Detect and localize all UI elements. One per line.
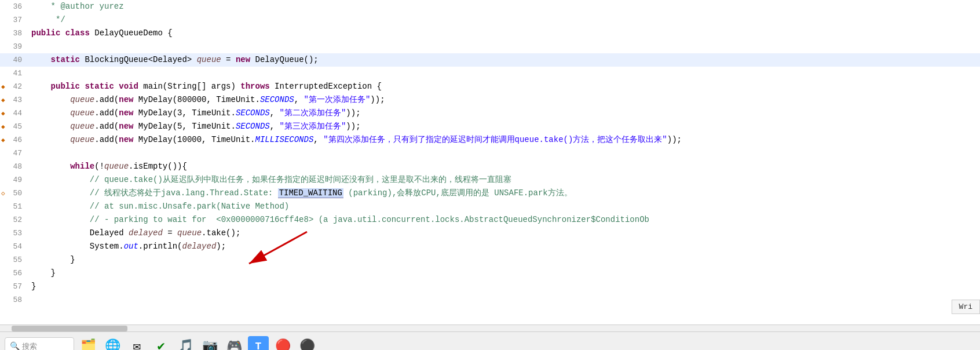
code-line: 36 * @author yurez (0, 0, 980, 13)
line-content: queue.add(new MyDelay(3, TimeUnit.SECOND… (29, 107, 980, 119)
line-number: ◆44 (0, 107, 29, 120)
line-content: queue.add(new MyDelay(800000, TimeUnit.S… (29, 93, 980, 106)
line-content: // at sun.misc.Unsafe.park(Native Method… (29, 200, 980, 213)
line-number: 37 (0, 14, 29, 27)
taskbar: 🔍 搜索 🗂️ 🌐 ✉️ ✔️ 🎵 📷 🎮 T 🔴 ⚫ (0, 331, 980, 350)
scrollbar-thumb[interactable] (12, 326, 127, 331)
code-line: ◆45 queue.add(new MyDelay(5, TimeUnit.SE… (0, 120, 980, 133)
line-number: 39 (0, 41, 29, 53)
code-line: ◆44 queue.add(new MyDelay(3, TimeUnit.SE… (0, 107, 980, 120)
line-content: } (29, 253, 980, 266)
code-line: 40 static BlockingQueue<Delayed> queue =… (0, 53, 980, 67)
line-number: 36 (0, 1, 29, 13)
code-line: 58 (0, 293, 980, 307)
horizontal-scrollbar[interactable] (0, 325, 980, 331)
line-content: System.out.println(delayed); (29, 240, 980, 253)
search-icon: 🔍 (10, 341, 20, 350)
line-number: 41 (0, 67, 29, 80)
line-content (29, 147, 980, 159)
code-line: 55 } (0, 253, 980, 267)
taskbar-icon-music[interactable]: 🎵 (175, 336, 196, 351)
line-number: 56 (0, 267, 29, 280)
line-content: // 线程状态将处于java.lang.Thread.State: TIMED_… (29, 187, 980, 199)
line-number: 52 (0, 214, 29, 227)
line-number: 38 (0, 27, 29, 40)
code-line: ◆46 queue.add(new MyDelay(10000, TimeUni… (0, 133, 980, 147)
line-number: ◆46 (0, 134, 29, 147)
taskbar-icon-game[interactable]: 🎮 (224, 336, 244, 351)
taskbar-icon-circle[interactable]: ⚫ (297, 336, 317, 351)
code-line: 38public class DelayQueueDemo { (0, 27, 980, 40)
code-line: 57} (0, 280, 980, 293)
code-line: 41 (0, 67, 980, 80)
code-line: 39 (0, 40, 980, 53)
line-number: 55 (0, 254, 29, 267)
line-number: ◆43 (0, 94, 29, 107)
line-content: public static void main(String[] args) t… (29, 80, 980, 93)
line-content (29, 293, 980, 306)
code-line: ◆43 queue.add(new MyDelay(800000, TimeUn… (0, 93, 980, 107)
taskbar-icon-browser[interactable]: 🌐 (102, 336, 123, 351)
taskbar-icon-camera[interactable]: 📷 (199, 336, 220, 351)
taskbar-icon-red[interactable]: 🔴 (272, 336, 293, 351)
line-number: 58 (0, 294, 29, 307)
line-number: ◆45 (0, 121, 29, 133)
line-content: static BlockingQueue<Delayed> queue = ne… (29, 53, 980, 66)
taskbar-icon-check[interactable]: ✔️ (151, 336, 171, 351)
line-content: } (29, 280, 980, 293)
line-number: ◇50 (0, 187, 29, 200)
line-content: */ (29, 13, 980, 26)
code-line: ◆42 public static void main(String[] arg… (0, 80, 980, 93)
taskbar-icon-files[interactable]: 🗂️ (78, 336, 98, 351)
line-content: // - parking to wait for <0x0000000716cf… (29, 213, 980, 226)
code-line: 53 Delayed delayed = queue.take(); (0, 227, 980, 240)
code-editor: 36 * @author yurez37 */38public class De… (0, 0, 980, 325)
line-content: Delayed delayed = queue.take(); (29, 227, 980, 239)
status-bar: Wri (952, 300, 980, 314)
line-number: 48 (0, 161, 29, 173)
taskbar-icon-text[interactable]: T (248, 336, 269, 351)
line-number: ◆42 (0, 81, 29, 93)
taskbar-icon-mail[interactable]: ✉️ (126, 336, 147, 351)
code-line: 52 // - parking to wait for <0x000000071… (0, 213, 980, 227)
code-line: 54 System.out.println(delayed); (0, 240, 980, 253)
line-content: // queue.take()从延迟队列中取出任务，如果任务指定的延迟时间还没有… (29, 173, 980, 186)
code-line: 56 } (0, 267, 980, 280)
line-number: 54 (0, 240, 29, 253)
line-content: } (29, 267, 980, 279)
line-content (29, 40, 980, 53)
line-number: 40 (0, 54, 29, 67)
code-line: 51 // at sun.misc.Unsafe.park(Native Met… (0, 200, 980, 213)
code-line: ◇50 // 线程状态将处于java.lang.Thread.State: TI… (0, 187, 980, 200)
status-label: Wri (959, 302, 972, 311)
line-content: queue.add(new MyDelay(10000, TimeUnit.MI… (29, 133, 980, 146)
line-number: 49 (0, 174, 29, 187)
line-content: * @author yurez (29, 0, 980, 13)
line-content: public class DelayQueueDemo { (29, 27, 980, 39)
code-line: 48 while(!queue.isEmpty()){ (0, 160, 980, 173)
code-line: 37 */ (0, 13, 980, 27)
line-content (29, 67, 980, 79)
line-number: 47 (0, 147, 29, 160)
line-number: 57 (0, 280, 29, 293)
line-content: queue.add(new MyDelay(5, TimeUnit.SECOND… (29, 120, 980, 133)
code-line: 49 // queue.take()从延迟队列中取出任务，如果任务指定的延迟时间… (0, 173, 980, 187)
code-line: 47 (0, 147, 980, 160)
line-number: 51 (0, 200, 29, 213)
line-number: 53 (0, 227, 29, 240)
taskbar-search[interactable]: 🔍 搜索 (5, 337, 74, 351)
line-content: while(!queue.isEmpty()){ (29, 160, 980, 173)
search-label: 搜索 (22, 341, 37, 351)
